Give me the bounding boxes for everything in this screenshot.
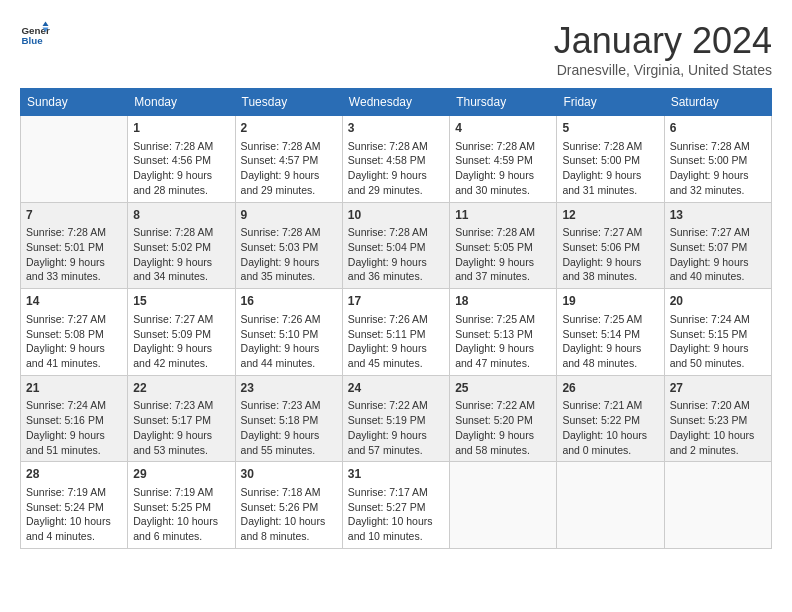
day-number: 3	[348, 120, 444, 137]
weekday-header-monday: Monday	[128, 89, 235, 116]
day-number: 20	[670, 293, 766, 310]
sunrise-text: Sunrise: 7:24 AM	[26, 398, 122, 413]
sunset-text: Sunset: 5:18 PM	[241, 413, 337, 428]
sunset-text: Sunset: 5:17 PM	[133, 413, 229, 428]
day-number: 15	[133, 293, 229, 310]
daylight-text: Daylight: 10 hours and 8 minutes.	[241, 514, 337, 543]
weekday-header-row: SundayMondayTuesdayWednesdayThursdayFrid…	[21, 89, 772, 116]
daylight-text: Daylight: 9 hours and 57 minutes.	[348, 428, 444, 457]
sunrise-text: Sunrise: 7:28 AM	[670, 139, 766, 154]
calendar-cell	[664, 462, 771, 549]
sunset-text: Sunset: 5:04 PM	[348, 240, 444, 255]
day-number: 28	[26, 466, 122, 483]
sunset-text: Sunset: 5:15 PM	[670, 327, 766, 342]
sunrise-text: Sunrise: 7:23 AM	[133, 398, 229, 413]
sunrise-text: Sunrise: 7:19 AM	[133, 485, 229, 500]
calendar-cell: 31Sunrise: 7:17 AMSunset: 5:27 PMDayligh…	[342, 462, 449, 549]
daylight-text: Daylight: 9 hours and 53 minutes.	[133, 428, 229, 457]
sunrise-text: Sunrise: 7:27 AM	[670, 225, 766, 240]
sunset-text: Sunset: 5:25 PM	[133, 500, 229, 515]
sunrise-text: Sunrise: 7:28 AM	[26, 225, 122, 240]
sunrise-text: Sunrise: 7:28 AM	[133, 139, 229, 154]
calendar-cell: 15Sunrise: 7:27 AMSunset: 5:09 PMDayligh…	[128, 289, 235, 376]
day-number: 2	[241, 120, 337, 137]
calendar-cell: 14Sunrise: 7:27 AMSunset: 5:08 PMDayligh…	[21, 289, 128, 376]
day-number: 4	[455, 120, 551, 137]
sunrise-text: Sunrise: 7:21 AM	[562, 398, 658, 413]
sunset-text: Sunset: 4:59 PM	[455, 153, 551, 168]
sunrise-text: Sunrise: 7:28 AM	[133, 225, 229, 240]
calendar-cell	[21, 116, 128, 203]
calendar-cell: 28Sunrise: 7:19 AMSunset: 5:24 PMDayligh…	[21, 462, 128, 549]
sunset-text: Sunset: 5:13 PM	[455, 327, 551, 342]
calendar-cell: 18Sunrise: 7:25 AMSunset: 5:13 PMDayligh…	[450, 289, 557, 376]
day-number: 30	[241, 466, 337, 483]
sunset-text: Sunset: 5:01 PM	[26, 240, 122, 255]
daylight-text: Daylight: 9 hours and 50 minutes.	[670, 341, 766, 370]
day-number: 6	[670, 120, 766, 137]
daylight-text: Daylight: 9 hours and 29 minutes.	[241, 168, 337, 197]
sunset-text: Sunset: 5:05 PM	[455, 240, 551, 255]
calendar-cell: 20Sunrise: 7:24 AMSunset: 5:15 PMDayligh…	[664, 289, 771, 376]
day-number: 12	[562, 207, 658, 224]
daylight-text: Daylight: 9 hours and 40 minutes.	[670, 255, 766, 284]
sunrise-text: Sunrise: 7:27 AM	[562, 225, 658, 240]
calendar-table: SundayMondayTuesdayWednesdayThursdayFrid…	[20, 88, 772, 549]
weekday-header-friday: Friday	[557, 89, 664, 116]
day-number: 27	[670, 380, 766, 397]
calendar-week-row: 1Sunrise: 7:28 AMSunset: 4:56 PMDaylight…	[21, 116, 772, 203]
calendar-week-row: 28Sunrise: 7:19 AMSunset: 5:24 PMDayligh…	[21, 462, 772, 549]
sunset-text: Sunset: 5:00 PM	[670, 153, 766, 168]
calendar-cell: 6Sunrise: 7:28 AMSunset: 5:00 PMDaylight…	[664, 116, 771, 203]
sunset-text: Sunset: 5:10 PM	[241, 327, 337, 342]
logo: General Blue	[20, 20, 50, 50]
calendar-cell: 5Sunrise: 7:28 AMSunset: 5:00 PMDaylight…	[557, 116, 664, 203]
calendar-cell: 24Sunrise: 7:22 AMSunset: 5:19 PMDayligh…	[342, 375, 449, 462]
calendar-cell: 7Sunrise: 7:28 AMSunset: 5:01 PMDaylight…	[21, 202, 128, 289]
day-number: 1	[133, 120, 229, 137]
daylight-text: Daylight: 9 hours and 55 minutes.	[241, 428, 337, 457]
sunset-text: Sunset: 5:16 PM	[26, 413, 122, 428]
sunrise-text: Sunrise: 7:28 AM	[455, 225, 551, 240]
calendar-cell: 1Sunrise: 7:28 AMSunset: 4:56 PMDaylight…	[128, 116, 235, 203]
day-number: 25	[455, 380, 551, 397]
day-number: 11	[455, 207, 551, 224]
sunrise-text: Sunrise: 7:24 AM	[670, 312, 766, 327]
weekday-header-thursday: Thursday	[450, 89, 557, 116]
day-number: 14	[26, 293, 122, 310]
calendar-cell: 13Sunrise: 7:27 AMSunset: 5:07 PMDayligh…	[664, 202, 771, 289]
sunset-text: Sunset: 5:07 PM	[670, 240, 766, 255]
sunrise-text: Sunrise: 7:18 AM	[241, 485, 337, 500]
sunset-text: Sunset: 5:00 PM	[562, 153, 658, 168]
calendar-cell: 30Sunrise: 7:18 AMSunset: 5:26 PMDayligh…	[235, 462, 342, 549]
daylight-text: Daylight: 10 hours and 10 minutes.	[348, 514, 444, 543]
sunset-text: Sunset: 5:03 PM	[241, 240, 337, 255]
daylight-text: Daylight: 9 hours and 36 minutes.	[348, 255, 444, 284]
sunset-text: Sunset: 5:20 PM	[455, 413, 551, 428]
daylight-text: Daylight: 9 hours and 33 minutes.	[26, 255, 122, 284]
calendar-cell: 21Sunrise: 7:24 AMSunset: 5:16 PMDayligh…	[21, 375, 128, 462]
day-number: 29	[133, 466, 229, 483]
calendar-cell: 16Sunrise: 7:26 AMSunset: 5:10 PMDayligh…	[235, 289, 342, 376]
sunrise-text: Sunrise: 7:22 AM	[455, 398, 551, 413]
daylight-text: Daylight: 10 hours and 4 minutes.	[26, 514, 122, 543]
title-block: January 2024 Dranesville, Virginia, Unit…	[554, 20, 772, 78]
daylight-text: Daylight: 9 hours and 48 minutes.	[562, 341, 658, 370]
sunset-text: Sunset: 5:24 PM	[26, 500, 122, 515]
day-number: 23	[241, 380, 337, 397]
calendar-cell: 23Sunrise: 7:23 AMSunset: 5:18 PMDayligh…	[235, 375, 342, 462]
sunset-text: Sunset: 5:02 PM	[133, 240, 229, 255]
calendar-cell: 19Sunrise: 7:25 AMSunset: 5:14 PMDayligh…	[557, 289, 664, 376]
calendar-cell: 4Sunrise: 7:28 AMSunset: 4:59 PMDaylight…	[450, 116, 557, 203]
daylight-text: Daylight: 9 hours and 31 minutes.	[562, 168, 658, 197]
daylight-text: Daylight: 9 hours and 45 minutes.	[348, 341, 444, 370]
logo-icon: General Blue	[20, 20, 50, 50]
weekday-header-wednesday: Wednesday	[342, 89, 449, 116]
sunrise-text: Sunrise: 7:28 AM	[455, 139, 551, 154]
month-title: January 2024	[554, 20, 772, 62]
sunrise-text: Sunrise: 7:22 AM	[348, 398, 444, 413]
daylight-text: Daylight: 9 hours and 28 minutes.	[133, 168, 229, 197]
day-number: 16	[241, 293, 337, 310]
daylight-text: Daylight: 9 hours and 29 minutes.	[348, 168, 444, 197]
svg-marker-2	[43, 22, 49, 27]
